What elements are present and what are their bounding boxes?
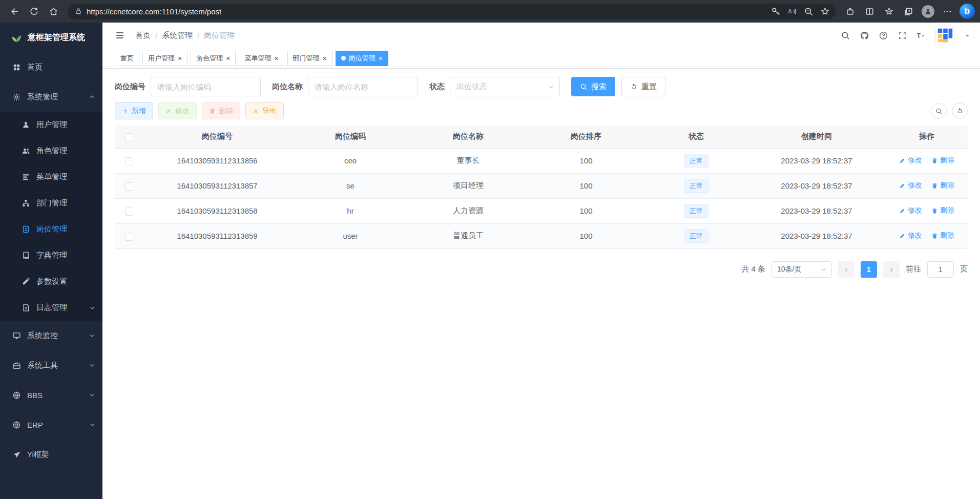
table-row[interactable]: 1641030593112313858 hr 人力资源 100 正常 2023-… xyxy=(115,198,968,223)
sidebar-item-label: 系统监控 xyxy=(27,331,58,341)
table-row[interactable]: 1641030593112313859 user 普通员工 100 正常 202… xyxy=(115,223,968,248)
next-page-button[interactable]: › xyxy=(883,261,900,278)
breadcrumb-system[interactable]: 系统管理 xyxy=(162,31,193,40)
row-delete-link[interactable]: 删除 xyxy=(931,181,954,190)
page-1-button[interactable]: 1 xyxy=(861,261,877,278)
collections-icon[interactable] xyxy=(899,2,918,20)
row-edit-link[interactable]: 修改 xyxy=(899,181,922,190)
sidebar-item-logs[interactable]: 日志管理 xyxy=(0,295,102,321)
text-size-icon[interactable]: TT xyxy=(916,31,926,40)
add-button-label: 新增 xyxy=(132,107,146,116)
export-button[interactable]: 导出 xyxy=(245,102,284,119)
sidebar-item-label: 部门管理 xyxy=(36,198,67,208)
zoom-icon[interactable] xyxy=(801,4,816,19)
user-avatar[interactable] xyxy=(935,26,955,45)
sidebar-item-home[interactable]: 首页 xyxy=(0,52,102,82)
row-edit-link[interactable]: 修改 xyxy=(899,231,922,240)
post-id-input[interactable] xyxy=(151,77,261,96)
status-select-placeholder: 岗位状态 xyxy=(456,82,487,92)
row-checkbox[interactable] xyxy=(125,207,133,216)
row-checkbox[interactable] xyxy=(125,182,133,191)
prev-page-button[interactable]: ‹ xyxy=(838,261,854,278)
close-icon[interactable]: × xyxy=(178,55,182,62)
sidebar-item-bbs[interactable]: BBS xyxy=(0,380,102,410)
tab-users[interactable]: 用户管理× xyxy=(142,51,187,66)
bing-discover-icon[interactable]: b xyxy=(960,4,975,19)
search-icon[interactable] xyxy=(841,31,850,40)
home-icon[interactable] xyxy=(44,2,62,20)
edit-pencil-icon xyxy=(899,182,906,189)
sidebar-item-depts[interactable]: 部门管理 xyxy=(0,190,102,216)
close-icon[interactable]: × xyxy=(379,55,383,62)
edit-button[interactable]: 修改 xyxy=(158,102,197,119)
table-row[interactable]: 1641030593112313857 se 项目经理 100 正常 2023-… xyxy=(115,173,968,198)
sidebar-item-tools[interactable]: 系统工具 xyxy=(0,350,102,380)
select-all-checkbox[interactable] xyxy=(125,133,133,141)
add-button[interactable]: 新增 xyxy=(115,102,153,119)
table-toolbar: 新增 修改 删除 导出 xyxy=(115,102,968,119)
favorites-icon[interactable] xyxy=(880,2,898,20)
search-button[interactable]: 搜索 xyxy=(571,77,615,96)
favorite-add-icon[interactable] xyxy=(817,4,832,19)
address-bar[interactable]: https://ccnetcore.com:1101/system/post A xyxy=(68,4,836,19)
sidebar-item-menus[interactable]: 菜单管理 xyxy=(0,164,102,190)
sidebar-item-system[interactable]: 系统管理 xyxy=(0,82,102,112)
tab-label: 岗位管理 xyxy=(349,54,376,63)
refresh-table-icon[interactable] xyxy=(952,103,968,119)
profile-icon[interactable] xyxy=(919,2,937,20)
goto-page-input[interactable] xyxy=(927,261,954,278)
tab-menus[interactable]: 菜单管理× xyxy=(239,51,284,66)
status-select[interactable]: 岗位状态 xyxy=(450,77,560,96)
tab-posts[interactable]: 岗位管理× xyxy=(336,51,388,66)
tab-home[interactable]: 首页 xyxy=(115,51,139,66)
extensions-icon[interactable] xyxy=(841,2,859,20)
reset-button[interactable]: 重置 xyxy=(621,77,665,96)
sidebar-item-roles[interactable]: 角色管理 xyxy=(0,138,102,164)
help-icon[interactable] xyxy=(879,31,888,40)
tab-roles[interactable]: 角色管理× xyxy=(191,51,236,66)
sidebar-item-label: 字典管理 xyxy=(36,251,67,260)
status-badge: 正常 xyxy=(684,154,708,168)
status-badge: 正常 xyxy=(684,204,708,218)
sidebar-item-dict[interactable]: 字典管理 xyxy=(0,242,102,268)
split-screen-icon[interactable] xyxy=(860,2,879,20)
refresh-icon[interactable] xyxy=(25,2,43,20)
github-icon[interactable] xyxy=(860,31,869,40)
password-key-icon[interactable] xyxy=(768,4,783,19)
fullscreen-icon[interactable] xyxy=(898,31,907,40)
read-aloud-icon[interactable]: A xyxy=(784,4,800,19)
sidebar-item-label: 角色管理 xyxy=(36,146,67,156)
row-edit-link[interactable]: 修改 xyxy=(899,206,922,215)
page-size-select[interactable]: 10条/页 xyxy=(772,261,832,278)
row-checkbox[interactable] xyxy=(125,157,133,165)
breadcrumb-home[interactable]: 首页 xyxy=(135,31,151,40)
user-menu-caret-icon[interactable] xyxy=(964,32,971,39)
sidebar-item-label: 用户管理 xyxy=(36,120,67,130)
delete-button[interactable]: 删除 xyxy=(202,102,240,119)
row-delete-link[interactable]: 删除 xyxy=(931,231,954,240)
close-icon[interactable]: × xyxy=(323,55,327,62)
sidebar-collapse-icon[interactable] xyxy=(112,30,128,40)
close-icon[interactable]: × xyxy=(226,55,230,62)
sidebar-item-users[interactable]: 用户管理 xyxy=(0,112,102,138)
sidebar-item-yi-framework[interactable]: Yi框架 xyxy=(0,440,102,469)
table-row[interactable]: 1641030593112313856 ceo 董事长 100 正常 2023-… xyxy=(115,148,968,173)
row-checkbox[interactable] xyxy=(125,233,133,241)
sidebar-item-monitor[interactable]: 系统监控 xyxy=(0,321,102,350)
back-icon[interactable] xyxy=(5,2,24,20)
row-delete-link[interactable]: 删除 xyxy=(931,206,954,215)
sidebar-item-erp[interactable]: ERP xyxy=(0,410,102,440)
posts-table: 岗位编号 岗位编码 岗位名称 岗位排序 状态 创建时间 操作 164103059… xyxy=(115,126,968,249)
toggle-search-icon[interactable] xyxy=(931,103,947,119)
page-content: 岗位编号 岗位名称 状态 岗位状态 搜索 xyxy=(102,69,980,499)
post-name-input[interactable] xyxy=(308,77,418,96)
cell-post-code: user xyxy=(291,223,409,248)
row-delete-link[interactable]: 删除 xyxy=(931,156,954,165)
tab-depts[interactable]: 部门管理× xyxy=(287,51,332,66)
row-edit-link[interactable]: 修改 xyxy=(899,156,922,165)
app-logo[interactable]: 意框架管理系统 xyxy=(0,23,102,52)
browser-menu-icon[interactable] xyxy=(938,2,956,20)
sidebar-item-params[interactable]: 参数设置 xyxy=(0,268,102,295)
close-icon[interactable]: × xyxy=(274,55,278,62)
sidebar-item-posts[interactable]: 岗位管理 xyxy=(0,216,102,242)
